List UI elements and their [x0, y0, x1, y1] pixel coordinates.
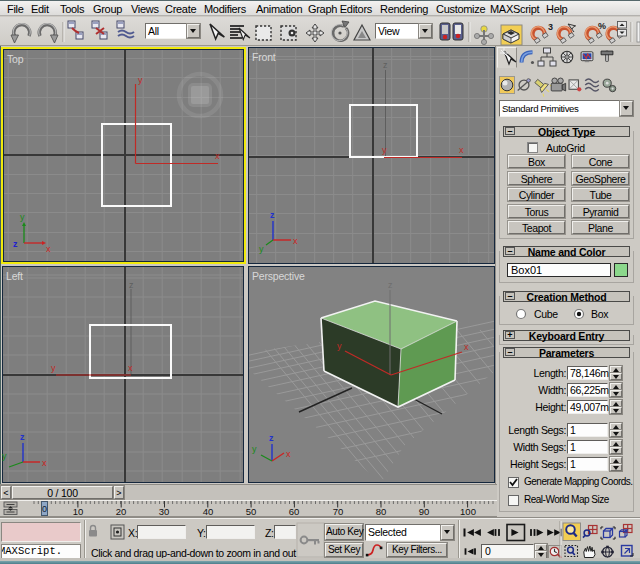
- svg-text:%: %: [598, 21, 606, 31]
- svg-text:40: 40: [203, 506, 214, 517]
- svg-text:y: y: [259, 244, 264, 254]
- svg-text:3: 3: [548, 22, 553, 32]
- svg-text:x: x: [459, 145, 464, 155]
- svg-text:y: y: [382, 145, 387, 155]
- svg-text:20: 20: [116, 506, 127, 517]
- svg-text:y: y: [337, 341, 342, 351]
- svg-text:50: 50: [246, 506, 257, 517]
- svg-text:y: y: [138, 75, 143, 85]
- svg-text:z: z: [383, 60, 388, 70]
- svg-text:y: y: [20, 212, 25, 222]
- svg-text:z: z: [129, 280, 134, 290]
- svg-text:x: x: [46, 244, 51, 254]
- svg-text:x: x: [464, 342, 469, 352]
- svg-text:30: 30: [159, 506, 170, 517]
- svg-text:10: 10: [73, 506, 84, 517]
- svg-text:70: 70: [333, 506, 344, 517]
- svg-text:z: z: [388, 280, 393, 290]
- svg-text:x: x: [293, 236, 298, 246]
- svg-text:90: 90: [419, 506, 430, 517]
- svg-text:80: 80: [376, 506, 387, 517]
- svg-text:x: x: [215, 151, 220, 161]
- svg-text:z: z: [270, 210, 275, 220]
- svg-text:60: 60: [289, 506, 300, 517]
- svg-text:100: 100: [460, 506, 476, 517]
- svg-text:z: z: [13, 239, 18, 249]
